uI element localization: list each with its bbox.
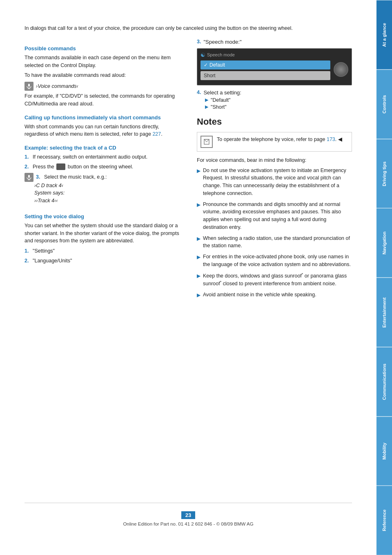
setting-voice-steps: 1. "Settings" 2. "Language/Units" xyxy=(24,247,180,265)
right-step4-label: Select a setting: xyxy=(203,90,241,96)
example-step-3: 3. Select the music track, e.g.: ›C D tr… xyxy=(24,173,180,207)
bullet-arrow-1: ▶ xyxy=(197,167,200,175)
right-step3: 3. "Speech mode:" ☯ Speech mode xyxy=(197,39,352,85)
speech-mode-options-row: ✓ Default Short xyxy=(200,60,348,82)
example-step-3-text: Select the music track, e.g.: xyxy=(44,173,107,181)
bullet-arrow-5: ▶ xyxy=(197,272,200,280)
svg-rect-3 xyxy=(28,175,30,178)
sidebar-tab-controls[interactable]: Controls xyxy=(376,69,392,139)
setting-voice-step-1: 1. "Settings" xyxy=(24,247,180,255)
voice-command-text: ›Voice commands‹ xyxy=(36,83,78,89)
bullet-4: ▶ For entries in the voice-activated pho… xyxy=(197,253,352,269)
speech-mode-screenshot: ☯ Speech mode ✓ Default Short xyxy=(197,48,352,85)
example-step-1: 1. If necessary, switch on entertainment… xyxy=(24,153,180,161)
bullet-1-text: Do not use the voice activation system t… xyxy=(203,167,352,197)
sidebar-tab-at-a-glance[interactable]: At a glance xyxy=(376,0,392,69)
setting-voice-heading: Setting the voice dialog xyxy=(24,213,180,219)
possible-commands-heading: Possible commands xyxy=(24,45,180,51)
possible-commands-para2: To have the available commands read alou… xyxy=(24,72,180,79)
asterisk-2: * xyxy=(220,280,222,284)
speech-mode-car-icon: ☯ xyxy=(200,52,205,58)
dial-control xyxy=(334,62,348,77)
right-step3-label: "Speech mode:" xyxy=(203,39,241,45)
bullet-6-text: Avoid ambient noise in the vehicle while… xyxy=(203,291,316,299)
bullet-arrow-3: ▶ xyxy=(197,235,200,242)
example-step-3-sub: ›C D track 4‹ System says: ››Track 4‹‹ xyxy=(34,182,65,205)
footer-copyright: Online Edition for Part no. 01 41 2 602 … xyxy=(123,521,253,526)
calling-up-heading: Calling up functions immediately via sho… xyxy=(24,114,180,121)
bullet-2-text: Pronounce the commands and digits smooth… xyxy=(203,201,352,231)
svg-rect-0 xyxy=(28,84,30,87)
calling-up-para: With short commands you can run certain … xyxy=(24,123,180,139)
notes-heading: Notes xyxy=(197,116,352,127)
speech-mode-options: ✓ Default Short xyxy=(200,60,330,82)
example-cd-section: Example: selecting the track of a CD 1. … xyxy=(24,145,180,207)
bullet-6: ▶ Avoid ambient noise in the vehicle whi… xyxy=(197,291,352,299)
step4-short-text: "Short" xyxy=(211,104,227,110)
notes-bullets: ▶ Do not use the voice activation system… xyxy=(197,167,352,299)
page-number: 23 xyxy=(181,511,195,519)
note-page-ref[interactable]: 173 xyxy=(327,137,335,142)
arrow-short: ▶ xyxy=(205,104,208,110)
bullet-arrow-2: ▶ xyxy=(197,201,200,208)
setting-voice-step-1-text: "Settings" xyxy=(33,247,55,255)
bullet-5: ▶ Keep the doors, windows and glass sunr… xyxy=(197,272,352,288)
bullet-3: ▶ When selecting a radio station, use th… xyxy=(197,235,352,250)
note-box-text: To operate the telephone by voice, refer… xyxy=(217,136,342,143)
setting-voice-step-2: 2. "Language/Units" xyxy=(24,257,180,265)
bullet-5-text: Keep the doors, windows and glass sunroo… xyxy=(203,272,352,288)
calling-up-section: Calling up functions immediately via sho… xyxy=(24,114,180,139)
bullet-arrow-6: ▶ xyxy=(197,291,200,299)
arrow-default: ▶ xyxy=(205,97,208,103)
speech-mode-title: ☯ Speech mode xyxy=(200,52,348,58)
possible-commands-section: Possible commands The commands available… xyxy=(24,45,180,108)
example-step-2-text: Press the button on the steering wheel. xyxy=(33,163,133,171)
sidebar-tab-entertainment[interactable]: Entertainment xyxy=(376,278,392,347)
voice-icon-step3 xyxy=(24,173,33,182)
step4-default-text: "Default" xyxy=(211,97,230,103)
bullet-2: ▶ Pronounce the commands and digits smoo… xyxy=(197,201,352,231)
steering-wheel-button-icon xyxy=(56,163,65,170)
note-phone-icon xyxy=(200,136,213,148)
bullet-1: ▶ Do not use the voice activation system… xyxy=(197,167,352,197)
sidebar: At a glance Controls Driving tips Naviga… xyxy=(376,0,392,555)
speech-mode-short: Short xyxy=(200,71,330,80)
notes-intro: For voice commands, bear in mind the fol… xyxy=(197,157,352,164)
sidebar-tab-driving-tips[interactable]: Driving tips xyxy=(376,139,392,208)
voice-icon xyxy=(24,82,33,91)
right-step4-short: ▶ "Short" xyxy=(205,104,352,110)
possible-commands-para3: For example, if "CD/DVD" is selected, th… xyxy=(24,92,180,108)
voice-command-line: ›Voice commands‹ xyxy=(24,82,180,91)
bullet-3-text: When selecting a radio station, use the … xyxy=(203,235,352,250)
bullet-4-text: For entries in the voice-activated phone… xyxy=(203,253,352,269)
example-step-1-text: If necessary, switch on entertainment au… xyxy=(33,153,147,161)
notes-section: Notes To operate the telephone by voice,… xyxy=(197,116,352,299)
calling-up-page-ref[interactable]: 227 xyxy=(152,131,161,137)
bullet-arrow-4: ▶ xyxy=(197,253,200,261)
setting-voice-step-2-text: "Language/Units" xyxy=(33,257,72,265)
example-step-2: 2. Press the button on the steering whee… xyxy=(24,163,180,171)
right-step4-default: ▶ "Default" xyxy=(205,97,352,103)
asterisk-1: * xyxy=(302,272,303,276)
speech-mode-default: ✓ Default xyxy=(200,60,330,69)
right-step4: 4. Select a setting: ▶ "Default" ▶ "Shor… xyxy=(197,90,352,110)
example-cd-heading: Example: selecting the track of a CD xyxy=(24,145,180,151)
setting-voice-para: You can set whether the system should us… xyxy=(24,222,180,245)
setting-voice-section: Setting the voice dialog You can set whe… xyxy=(24,213,180,265)
intro-text: In dialogs that call for a text of your … xyxy=(24,25,352,32)
sidebar-tab-mobility[interactable]: Mobility xyxy=(376,416,392,486)
svg-marker-7 xyxy=(204,139,209,142)
sidebar-tab-navigation[interactable]: Navigation xyxy=(376,208,392,278)
sidebar-tab-reference[interactable]: Reference xyxy=(376,486,392,555)
sidebar-tab-communications[interactable]: Communications xyxy=(376,347,392,416)
possible-commands-para1: The commands available in each case depe… xyxy=(24,54,180,69)
page-footer: 23 Online Edition for Part no. 01 41 2 6… xyxy=(24,503,352,530)
note-box: To operate the telephone by voice, refer… xyxy=(197,132,352,152)
example-cd-steps: 1. If necessary, switch on entertainment… xyxy=(24,153,180,207)
right-step3-item: 3. "Speech mode:" xyxy=(197,39,352,45)
